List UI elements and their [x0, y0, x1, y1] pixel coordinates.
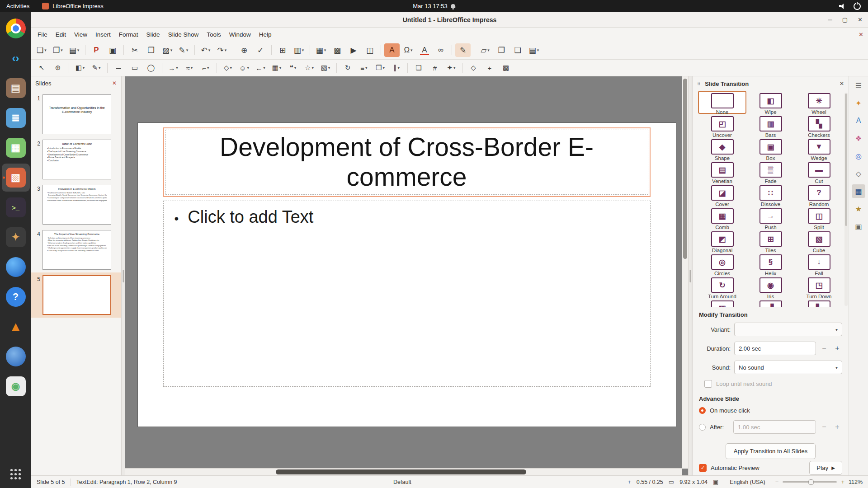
transition-bars[interactable]: ▥Bars: [746, 114, 795, 137]
dock-calc[interactable]: ▦: [2, 134, 30, 162]
dock-utility-app[interactable]: ✦: [2, 223, 30, 251]
dock-writer[interactable]: ≣: [2, 104, 30, 132]
sound-select[interactable]: No sound ▾: [734, 361, 842, 374]
undo-icon[interactable]: ↶▾: [198, 43, 213, 57]
special-character-icon[interactable]: Ω▾: [401, 43, 416, 57]
dock-files[interactable]: ▤: [2, 74, 30, 102]
chevron-down-icon[interactable]: ▾: [311, 66, 314, 70]
transition-box[interactable]: ▣Box: [746, 137, 795, 160]
menu-edit[interactable]: Edit: [52, 29, 70, 40]
focused-app-indicator[interactable]: LibreOffice Impress: [42, 3, 103, 9]
copy-icon[interactable]: ❐: [143, 43, 159, 57]
slide-thumbnail-3[interactable]: 3Innovation in E-commerce Models• Tradit…: [31, 182, 121, 227]
stars-banners-icon[interactable]: ☆▾: [302, 62, 317, 74]
chevron-down-icon[interactable]: ▾: [170, 48, 173, 52]
line-color-icon[interactable]: ✎▾: [89, 62, 104, 74]
new-slide-icon[interactable]: ❏: [510, 43, 525, 57]
clock-menu[interactable]: Mar 13 17:53: [413, 3, 455, 9]
chevron-down-icon[interactable]: ▾: [61, 48, 63, 52]
transition-partial-3[interactable]: ▙: [795, 298, 843, 307]
chevron-down-icon[interactable]: ▾: [279, 66, 282, 70]
filter-icon[interactable]: ✦▾: [443, 62, 459, 74]
dock-vlc[interactable]: ▲: [2, 313, 30, 341]
loop-sound-checkbox[interactable]: [704, 380, 712, 388]
crop-icon[interactable]: #: [427, 62, 443, 74]
duration-decrease-button[interactable]: −: [819, 343, 829, 353]
power-icon[interactable]: [854, 3, 861, 10]
redo-icon[interactable]: ↷▾: [214, 43, 230, 57]
basic-shapes-icon[interactable]: ▱▾: [477, 43, 493, 57]
title-bar[interactable]: Untitled 1 - LibreOffice Impress ─ ▢ ✕: [31, 12, 868, 28]
left-pane-splitter[interactable]: [121, 76, 125, 475]
after-radio[interactable]: [699, 424, 706, 431]
gallery-icon[interactable]: ❖: [852, 131, 865, 145]
chevron-down-icon[interactable]: ▾: [207, 66, 209, 70]
transition-circles[interactable]: ◎Circles: [698, 252, 746, 275]
transition-random[interactable]: ?Random: [795, 183, 843, 206]
transition-checkers[interactable]: ▚Checkers: [795, 114, 843, 137]
menu-file[interactable]: File: [33, 29, 52, 40]
maximize-button[interactable]: ▢: [842, 16, 848, 23]
transition-venetian[interactable]: ▤Venetian: [698, 160, 746, 183]
transition-comb[interactable]: ▦Comb: [698, 206, 746, 229]
edit-points-icon[interactable]: ◇: [466, 62, 481, 74]
menu-window[interactable]: Window: [225, 29, 255, 40]
display-grid-icon[interactable]: ⊞: [275, 43, 290, 57]
play-button[interactable]: Play ▶: [809, 461, 842, 475]
connectors-icon[interactable]: ⌐▾: [198, 62, 213, 74]
callouts-icon[interactable]: ❝▾: [285, 62, 301, 74]
transition-cube[interactable]: ▧Cube: [795, 229, 843, 252]
chevron-down-icon[interactable]: ▾: [83, 66, 85, 70]
chevron-down-icon[interactable]: ▾: [294, 66, 297, 70]
transition-uncover[interactable]: ◰Uncover: [698, 114, 746, 137]
font-color-icon[interactable]: A: [417, 43, 432, 57]
transition-helix[interactable]: §Helix: [746, 252, 795, 275]
transition-partial-1[interactable]: ▨: [698, 298, 746, 307]
transition-diagonal[interactable]: ◩Diagonal: [698, 229, 746, 252]
lines-arrows-icon[interactable]: →▾: [165, 62, 181, 74]
properties-icon[interactable]: ✦: [852, 96, 865, 110]
block-arrows-icon[interactable]: ←▾: [253, 62, 268, 74]
extrusion-icon[interactable]: ▩: [498, 62, 514, 74]
fit-slide-icon[interactable]: ▣: [713, 479, 718, 485]
transition-fall[interactable]: ↓Fall: [795, 252, 843, 275]
navigator-icon[interactable]: ◎: [852, 149, 865, 163]
volume-icon[interactable]: [839, 4, 845, 9]
ellipse-icon[interactable]: ◯: [143, 62, 159, 74]
transition-gallery-scrollbar-thumb[interactable]: [845, 94, 847, 226]
arrange-icon[interactable]: ❐▾: [373, 62, 388, 74]
zoom-in-icon[interactable]: +: [841, 479, 844, 485]
slide-thumbnail-5[interactable]: 5: [31, 272, 121, 318]
duration-input[interactable]: 2.00 sec: [734, 342, 816, 355]
fill-color-icon[interactable]: ◧▾: [72, 62, 88, 74]
transition-cut[interactable]: ▬Cut: [795, 160, 843, 183]
master-slides-icon[interactable]: ▣: [852, 220, 865, 233]
variant-select[interactable]: ▾: [734, 323, 842, 336]
menu-format[interactable]: Format: [115, 29, 142, 40]
zoom-slider-thumb[interactable]: [808, 479, 814, 485]
chevron-down-icon[interactable]: ▾: [453, 66, 456, 70]
horizontal-scrollbar[interactable]: [125, 468, 682, 475]
distribute-icon[interactable]: ∥▾: [389, 62, 404, 74]
transition-push[interactable]: →Push: [746, 206, 795, 229]
animation-icon[interactable]: ★: [852, 202, 865, 216]
slide-title-textbox[interactable]: Development of Cross-Border E-commerce: [163, 127, 651, 197]
shapes-icon[interactable]: ◇: [852, 167, 865, 180]
transition-none[interactable]: None: [698, 91, 746, 114]
activities-button[interactable]: Activities: [6, 3, 29, 9]
hyperlink-icon[interactable]: ∞: [433, 43, 448, 57]
transition-tiles[interactable]: ⊞Tiles: [746, 229, 795, 252]
symbol-shapes-icon[interactable]: ☺▾: [236, 62, 252, 74]
transition-wheel[interactable]: ✳Wheel: [795, 91, 843, 114]
menu-slide[interactable]: Slide: [142, 29, 164, 40]
transition-shape[interactable]: ◆Shape: [698, 137, 746, 160]
zoom-pan-icon[interactable]: ⊕: [50, 62, 66, 74]
apply-to-all-slides-button[interactable]: Apply Transition to All Slides: [726, 443, 816, 459]
align-icon[interactable]: ≡▾: [356, 62, 372, 74]
chevron-down-icon[interactable]: ▾: [537, 48, 539, 52]
transition-panel-close-icon[interactable]: ✕: [840, 80, 844, 87]
insert-line-icon[interactable]: ─: [111, 62, 126, 74]
curves-polygons-icon[interactable]: ≈▾: [182, 62, 197, 74]
chevron-down-icon[interactable]: ▾: [410, 48, 413, 52]
slide-thumbnail-1[interactable]: 1Transformation and Opportunities in the…: [31, 92, 121, 137]
